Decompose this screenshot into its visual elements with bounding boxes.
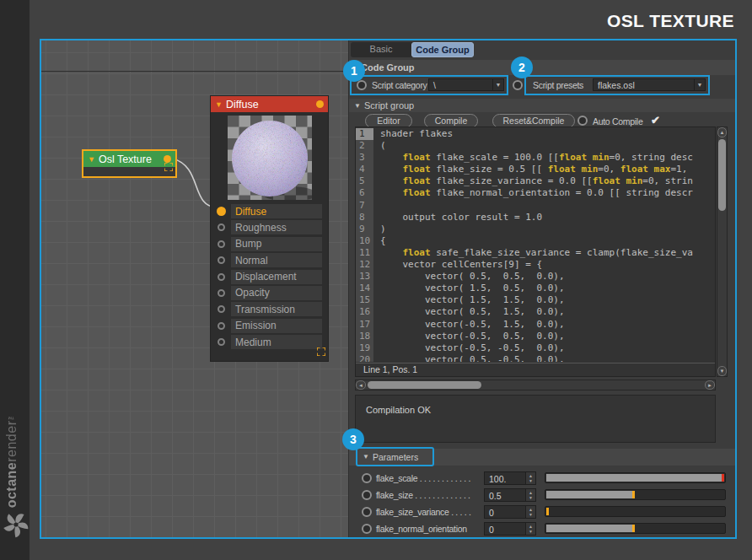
spinner-down-icon[interactable]: ▼ — [529, 478, 533, 483]
channel-label: Emission — [231, 320, 277, 331]
channel-label: Roughness — [231, 222, 287, 234]
channel-row-roughness[interactable]: Roughness — [211, 220, 328, 234]
node-diffuse-material[interactable]: ▼ Diffuse — [210, 95, 329, 362]
slider-marker — [722, 474, 724, 482]
script-presets-dropdown[interactable]: flakes.osl ▼ — [593, 78, 706, 91]
octane-pinwheel-icon — [3, 511, 30, 541]
input-port-icon[interactable] — [218, 305, 225, 313]
input-port-icon[interactable] — [218, 223, 225, 231]
auto-compile-checkmark[interactable]: ✔ — [651, 114, 660, 127]
input-port-icon[interactable] — [218, 322, 225, 330]
param-radio[interactable] — [362, 507, 372, 517]
scroll-left-arrow[interactable]: ◄ — [356, 380, 366, 390]
channel-bar: Opacity — [231, 286, 322, 300]
param-value-input[interactable]: 0▲▼ — [484, 505, 536, 519]
diffuse-output-port[interactable] — [316, 100, 324, 108]
channel-row-displacement[interactable]: Displacement — [211, 270, 328, 284]
tab-code-group[interactable]: Code Group — [411, 42, 474, 57]
main-panel: ▼ Osl Texture ▼ Diffuse — [40, 39, 737, 539]
diffuse-node-header[interactable]: ▼ Diffuse — [211, 96, 328, 112]
collapse-triangle-icon[interactable]: ▼ — [215, 100, 223, 109]
param-row-flake_normal_orientation: flake_normal_orientation0▲▼ — [349, 521, 735, 536]
param-slider[interactable] — [545, 506, 726, 517]
channel-row-bump[interactable]: Bump — [211, 237, 328, 251]
code-text: vector( 0.5, -0.5, 0.0), — [373, 354, 565, 362]
channel-label: Transmission — [231, 304, 295, 315]
spinner-down-icon[interactable]: ▼ — [529, 529, 533, 534]
script-presets-highlight-box: Script presets flakes.osl ▼ — [524, 75, 710, 95]
scroll-down-arrow[interactable]: ▼ — [717, 366, 727, 376]
scroll-up-arrow[interactable]: ▲ — [717, 127, 727, 137]
channel-row-emission[interactable]: Emission — [211, 319, 328, 333]
osl-node-header[interactable]: ▼ Osl Texture — [83, 151, 175, 167]
channel-row-opacity[interactable]: Opacity — [211, 286, 328, 300]
parameters-highlight-box: ▼ Parameters — [356, 447, 434, 466]
spinner-arrows[interactable]: ▲▼ — [525, 472, 535, 484]
scroll-right-arrow[interactable]: ► — [705, 380, 715, 390]
code-text: float flake_size = 0.5 [[ float min=0, f… — [373, 164, 687, 175]
node-editor-canvas[interactable]: ▼ Osl Texture ▼ Diffuse — [41, 40, 348, 537]
param-row-flake_size_variance: flake_size_variance . . . . .0▲▼ — [349, 504, 735, 519]
line-number: 17 — [356, 319, 373, 331]
channel-label: Medium — [231, 337, 271, 348]
spinner-arrows[interactable]: ▲▼ — [525, 523, 535, 535]
input-port-icon[interactable] — [218, 289, 225, 297]
channel-bar: Emission — [231, 319, 322, 333]
line-number: 16 — [356, 306, 373, 318]
param-radio[interactable] — [362, 490, 372, 500]
editor-vertical-scrollbar[interactable]: ▲ ▼ — [717, 127, 728, 377]
editor-horizontal-scrollbar[interactable]: ◄ ► — [355, 380, 716, 390]
auto-compile-radio[interactable] — [577, 116, 588, 126]
expand-arrows-icon[interactable] — [317, 344, 325, 359]
connected-input-port[interactable] — [217, 207, 226, 216]
spinner-arrows[interactable]: ▲▼ — [525, 506, 535, 518]
param-value-input[interactable]: 0▲▼ — [484, 522, 536, 536]
param-slider[interactable] — [545, 523, 726, 534]
input-port-icon[interactable] — [218, 273, 225, 281]
code-line: 4 float flake_size = 0.5 [[ float min=0,… — [356, 164, 715, 175]
diffuse-channel-list: DiffuseRoughnessBumpNormalDisplacementOp… — [211, 204, 328, 352]
script-category-radio[interactable] — [357, 80, 367, 90]
channel-bar: Normal — [231, 253, 322, 267]
collapse-triangle-icon[interactable]: ▼ — [88, 155, 95, 164]
script-presets-radio[interactable] — [513, 80, 523, 90]
param-value-input[interactable]: 100.▲▼ — [484, 471, 536, 485]
channel-row-transmission[interactable]: Transmission — [211, 302, 328, 316]
channel-row-diffuse[interactable]: Diffuse — [211, 204, 328, 218]
horizontal-scroll-thumb[interactable] — [368, 381, 481, 389]
tab-basic[interactable]: Basic — [351, 42, 411, 57]
spinner-arrows[interactable]: ▲▼ — [525, 489, 535, 501]
input-port-icon[interactable] — [218, 240, 225, 248]
spinner-down-icon[interactable]: ▼ — [529, 495, 533, 500]
param-value-input[interactable]: 0.5▲▼ — [484, 488, 536, 502]
code-text: vector(-0.5, -0.5, 0.0), — [373, 342, 565, 354]
param-radio[interactable] — [362, 524, 372, 534]
vertical-scroll-thumb[interactable] — [718, 139, 726, 211]
param-label: flake_size . . . . . . . . . . . . . — [376, 490, 484, 500]
code-lines: 1shader flakes2(3 float flake_scale = 10… — [356, 128, 715, 362]
spinner-down-icon[interactable]: ▼ — [529, 512, 533, 517]
input-port-icon[interactable] — [218, 256, 225, 264]
line-number: 14 — [356, 283, 373, 294]
code-text: float flake_size_variance = 0.0 [[float … — [373, 175, 693, 187]
param-value-text: 100. — [485, 472, 525, 484]
param-value-text: 0 — [485, 523, 525, 535]
channel-row-medium[interactable]: Medium — [211, 335, 328, 349]
script-category-dropdown[interactable]: \ ▼ — [428, 78, 504, 91]
line-number: 12 — [356, 259, 373, 271]
param-slider[interactable] — [545, 489, 726, 500]
param-value-text: 0.5 — [485, 489, 525, 501]
code-editor[interactable]: 1shader flakes2(3 float flake_scale = 10… — [355, 127, 716, 377]
line-number: 11 — [356, 247, 373, 259]
code-line: 6 float flake_normal_orientation = 0.0 [… — [356, 187, 715, 199]
line-number: 6 — [356, 187, 373, 199]
input-port-icon[interactable] — [218, 338, 225, 346]
section-header-script-group[interactable]: ▼ Script group — [349, 99, 735, 112]
param-slider[interactable] — [545, 472, 726, 483]
expand-arrows-icon[interactable] — [164, 159, 173, 175]
node-osl-texture[interactable]: ▼ Osl Texture — [82, 149, 177, 178]
channel-row-normal[interactable]: Normal — [211, 253, 328, 267]
code-line: 16 vector( 0.5, 1.5, 0.0), — [356, 306, 715, 318]
line-number: 5 — [356, 175, 373, 187]
param-radio[interactable] — [362, 473, 372, 483]
